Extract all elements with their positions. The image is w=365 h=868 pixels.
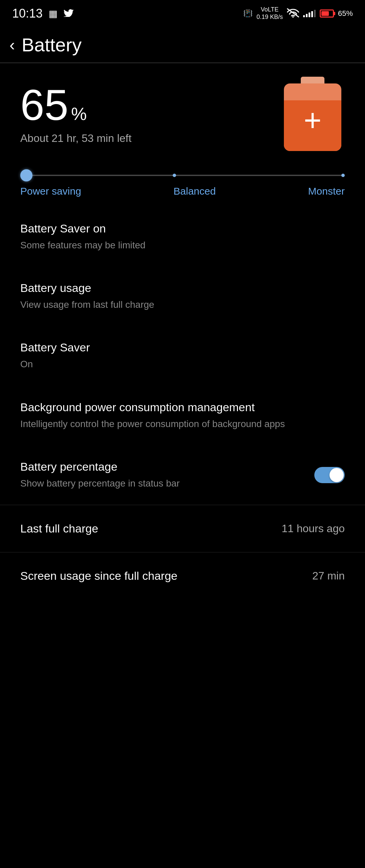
last-full-charge-label: Last full charge: [20, 522, 98, 535]
battery-percentage-title: Battery percentage: [20, 460, 304, 473]
background-power-item[interactable]: Background power consumption management …: [0, 386, 365, 445]
battery-status-icon: [320, 9, 334, 18]
time-remaining: About 21 hr, 53 min left: [20, 132, 131, 145]
slider-labels: Power saving Balanced Monster: [20, 185, 345, 197]
battery-saver-status: On: [20, 357, 345, 371]
slider-dot-balanced: [173, 174, 176, 177]
last-full-charge-row: Last full charge 11 hours ago: [0, 505, 365, 552]
battery-saver-banner[interactable]: Battery Saver on Some features may be li…: [0, 207, 365, 267]
slider-thumb[interactable]: [20, 169, 32, 181]
battery-saver-banner-subtitle: Some features may be limited: [20, 239, 345, 252]
page-header: ‹ Battery: [0, 24, 365, 63]
status-left: 10:13 ▦: [12, 6, 74, 21]
battery-info-section: 65% About 21 hr, 53 min left +: [0, 63, 365, 161]
twitter-icon: [64, 8, 74, 19]
screen-usage-row: Screen usage since full charge 27 min: [0, 552, 365, 599]
battery-saver-item[interactable]: Battery Saver On: [0, 326, 365, 386]
slider-label-balanced[interactable]: Balanced: [173, 185, 216, 197]
battery-percentage-info: 65% About 21 hr, 53 min left: [20, 83, 131, 145]
status-right: 📳 VoLTE 0.19 KB/s 65%: [243, 6, 353, 21]
screen-usage-label: Screen usage since full charge: [20, 569, 177, 582]
battery-saver-title: Battery Saver: [20, 341, 345, 354]
wifi-icon: [287, 8, 299, 19]
toggle-thumb: [330, 468, 344, 482]
battery-percentage-text: Battery percentage Show battery percenta…: [20, 460, 314, 490]
status-bar: 10:13 ▦ 📳 VoLTE 0.19 KB/s: [0, 0, 365, 24]
battery-usage-subtitle: View usage from last full charge: [20, 298, 345, 311]
power-mode-slider[interactable]: [20, 175, 345, 179]
battery-terminal: [301, 77, 324, 84]
battery-percentage-toggle[interactable]: [314, 467, 345, 483]
battery-percentage-item[interactable]: Battery percentage Show battery percenta…: [0, 445, 365, 505]
message-icon: ▦: [49, 8, 57, 19]
power-slider-section[interactable]: Power saving Balanced Monster: [0, 161, 365, 207]
battery-body: +: [284, 83, 341, 151]
percentage-symbol: %: [71, 105, 87, 123]
screen-usage-value: 27 min: [312, 570, 345, 582]
page-title: Battery: [22, 34, 81, 56]
vibrate-icon: 📳: [243, 9, 252, 18]
battery-plus-icon: +: [304, 105, 322, 135]
battery-percentage-display: 65%: [20, 83, 131, 127]
settings-list: Battery usage View usage from last full …: [0, 267, 365, 505]
background-power-subtitle: Intelligently control the power consumpt…: [20, 417, 345, 430]
network-info: VoLTE 0.19 KB/s: [257, 6, 283, 21]
battery-percentage-subtitle: Show battery percentage in status bar: [20, 477, 304, 490]
battery-saver-banner-title: Battery Saver on: [20, 222, 345, 235]
slider-track: [20, 175, 345, 176]
percentage-number: 65: [20, 83, 68, 127]
battery-usage-title: Battery usage: [20, 281, 345, 295]
back-button[interactable]: ‹: [9, 37, 15, 53]
last-full-charge-value: 11 hours ago: [282, 522, 345, 535]
signal-icon: [303, 10, 316, 17]
status-time: 10:13: [12, 6, 43, 21]
background-power-title: Background power consumption management: [20, 401, 345, 414]
svg-point-0: [292, 16, 294, 18]
slider-label-monster[interactable]: Monster: [308, 185, 345, 197]
battery-percent-status: 65%: [338, 9, 353, 18]
slider-label-power-saving[interactable]: Power saving: [20, 185, 81, 197]
battery-visual: +: [284, 77, 345, 151]
battery-usage-item[interactable]: Battery usage View usage from last full …: [0, 267, 365, 326]
slider-dot-monster: [341, 174, 345, 177]
